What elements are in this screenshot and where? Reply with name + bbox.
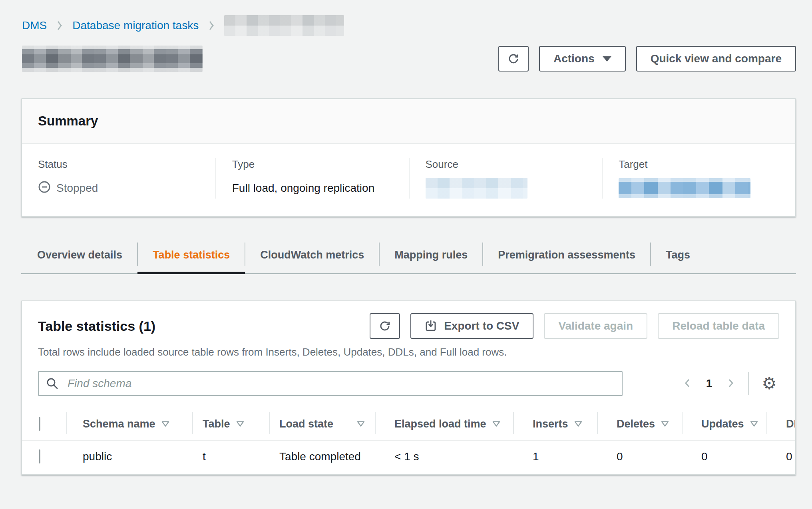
breadcrumb-link-dms[interactable]: DMS — [22, 19, 47, 32]
column-header-schema-name[interactable]: Schema name — [67, 410, 193, 440]
find-schema-input[interactable] — [38, 371, 623, 396]
target-label: Target — [619, 158, 779, 171]
quick-view-label: Quick view and compare — [651, 52, 782, 65]
column-header-ddls[interactable]: DDLs — [767, 410, 796, 440]
column-label: Inserts — [533, 418, 568, 430]
summary-col-source: Source — [409, 158, 602, 199]
column-label: Elapsed load time — [394, 418, 486, 430]
stopped-status-icon — [38, 181, 51, 196]
refresh-button[interactable] — [498, 46, 529, 72]
actions-label: Actions — [553, 52, 595, 65]
column-header-elapsed-load-time[interactable]: Elapsed load time — [375, 410, 513, 440]
column-header-deletes[interactable]: Deletes — [597, 410, 682, 440]
source-label: Source — [426, 158, 586, 171]
column-label: DDLs — [786, 418, 796, 430]
select-all-checkbox[interactable] — [39, 417, 40, 431]
cell-deletes: 0 — [597, 440, 682, 474]
cell-ddls: 0 — [767, 440, 796, 474]
table-settings-button[interactable]: ⚙ — [759, 375, 779, 392]
column-label: Updates — [701, 418, 744, 430]
table-statistics-description: Total rows include loaded source table r… — [22, 339, 795, 358]
status-value: Stopped — [38, 178, 199, 199]
summary-col-target: Target — [602, 158, 795, 199]
status-label: Status — [38, 158, 199, 171]
tab-tags[interactable]: Tags — [651, 242, 705, 273]
tab-overview-details[interactable]: Overview details — [21, 242, 137, 273]
column-header-inserts[interactable]: Inserts — [513, 410, 597, 440]
summary-col-status: Status Stopped — [22, 158, 215, 199]
column-header-updates[interactable]: Updates — [682, 410, 767, 440]
type-value: Full load, ongoing replication — [232, 178, 393, 199]
export-label: Export to CSV — [444, 320, 519, 332]
chevron-right-icon — [208, 20, 215, 31]
redacted-source-endpoint — [426, 178, 527, 199]
summary-card: Summary Status Stopped Type Full load, o… — [21, 98, 796, 217]
type-label: Type — [232, 158, 393, 171]
header-button-group: Actions Quick view and compare — [498, 46, 796, 72]
actions-dropdown-button[interactable]: Actions — [539, 46, 626, 72]
redacted-breadcrumb-task-name — [224, 15, 344, 36]
validate-again-button[interactable]: Validate again — [544, 313, 647, 339]
column-label: Deletes — [617, 418, 655, 430]
table-statistics-card: Table statistics (1) Export to CSV Valid… — [21, 300, 796, 475]
quick-view-compare-button[interactable]: Quick view and compare — [636, 46, 796, 72]
validate-label: Validate again — [558, 320, 633, 332]
sort-icon — [661, 418, 669, 430]
cell-table: t — [193, 440, 269, 474]
summary-card-header: Summary — [22, 99, 795, 144]
table-statistics-buttons: Export to CSV Validate again Reload tabl… — [370, 313, 779, 339]
column-label: Table — [203, 418, 230, 430]
cell-load-state: Table completed — [269, 440, 375, 474]
source-value — [426, 178, 586, 199]
page-header: Actions Quick view and compare — [22, 46, 796, 72]
table-toolbar: 1 ⚙ — [38, 371, 779, 396]
table-row: public t Table completed < 1 s 1 0 0 0 — [22, 440, 796, 474]
column-header-table[interactable]: Table — [193, 410, 269, 440]
reload-label: Reload table data — [672, 320, 765, 332]
column-header-load-state[interactable]: Load state — [269, 410, 375, 440]
pagination: 1 ⚙ — [679, 372, 779, 395]
sort-icon — [236, 418, 245, 430]
cell-elapsed-load-time: < 1 s — [375, 440, 513, 474]
sort-icon — [356, 418, 365, 430]
tab-cloudwatch-metrics[interactable]: CloudWatch metrics — [245, 242, 379, 273]
sort-icon — [161, 418, 170, 430]
refresh-icon — [508, 53, 519, 65]
refresh-table-button[interactable] — [370, 313, 400, 339]
caret-down-icon — [603, 56, 611, 62]
table-statistics-table: Schema name Table Load state Elapsed loa… — [22, 410, 796, 474]
sort-icon — [492, 418, 501, 430]
toolbar-divider — [748, 372, 749, 395]
refresh-icon — [379, 320, 391, 332]
column-label: Load state — [279, 418, 333, 430]
column-label: Schema name — [83, 418, 155, 430]
gear-icon: ⚙ — [762, 374, 777, 393]
table-header-row: Schema name Table Load state Elapsed loa… — [22, 410, 796, 440]
next-page-button[interactable] — [722, 377, 739, 390]
redacted-target-endpoint — [619, 178, 750, 198]
redacted-page-title — [22, 46, 203, 72]
summary-col-type: Type Full load, ongoing replication — [215, 158, 409, 199]
breadcrumb-link-tasks[interactable]: Database migration tasks — [72, 19, 199, 32]
chevron-left-icon — [683, 377, 692, 390]
tab-mapping-rules[interactable]: Mapping rules — [379, 242, 483, 273]
sort-icon — [750, 418, 758, 430]
dms-task-page: { "breadcrumb": { "dms": "DMS", "tasks":… — [0, 0, 812, 509]
summary-title: Summary — [38, 113, 98, 129]
chevron-right-icon — [56, 20, 63, 31]
target-value — [619, 178, 779, 199]
tab-table-statistics[interactable]: Table statistics — [137, 242, 245, 273]
previous-page-button[interactable] — [679, 377, 696, 390]
chevron-right-icon — [726, 377, 735, 390]
select-all-header[interactable] — [22, 410, 67, 440]
row-select-cell[interactable] — [22, 440, 67, 474]
tab-premigration-assessments[interactable]: Premigration assessments — [483, 242, 651, 273]
export-to-csv-button[interactable]: Export to CSV — [410, 313, 533, 339]
breadcrumb: DMS Database migration tasks — [0, 0, 812, 36]
reload-table-data-button[interactable]: Reload table data — [658, 313, 779, 339]
schema-search — [38, 371, 623, 396]
row-checkbox[interactable] — [39, 449, 40, 463]
table-statistics-header: Table statistics (1) Export to CSV Valid… — [22, 313, 795, 339]
page-number[interactable]: 1 — [696, 377, 723, 390]
task-detail-tabs: Overview details Table statistics CloudW… — [21, 242, 796, 274]
